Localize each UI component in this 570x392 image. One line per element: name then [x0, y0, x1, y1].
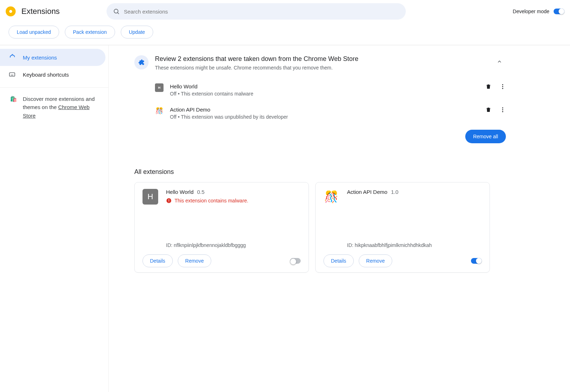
review-item: H Hello World Off • This extension conta…: [155, 78, 506, 102]
svg-rect-15: [169, 202, 169, 202]
svg-point-8: [502, 86, 503, 87]
extension-warning: This extension contains malware.: [166, 198, 248, 203]
svg-rect-14: [169, 199, 169, 201]
svg-point-9: [502, 88, 503, 89]
svg-point-12: [502, 111, 503, 112]
extension-name: Action API Demo: [347, 189, 387, 195]
svg-point-7: [502, 84, 503, 85]
svg-point-11: [502, 109, 503, 110]
page-title: Extensions: [21, 7, 60, 16]
sidebar: My extensions Keyboard shortcuts 🛍️ Disc…: [0, 45, 109, 392]
more-vert-icon: [499, 107, 506, 113]
extension-id: ID: nflknpiinlpjkfbnennojakldbfbgggg: [166, 242, 301, 248]
svg-rect-2: [10, 73, 15, 76]
review-panel: Review 2 extensions that were taken down…: [134, 55, 506, 143]
update-button[interactable]: Update: [121, 26, 153, 38]
keyboard-icon: [9, 71, 16, 78]
extension-icon: 🎊: [323, 189, 339, 205]
review-subtitle: These extensions might be unsafe. Chrome…: [155, 65, 358, 71]
svg-point-0: [114, 9, 118, 13]
sidebar-item-label: Keyboard shortcuts: [23, 72, 69, 78]
collapse-review-button[interactable]: [493, 55, 506, 68]
trash-icon: [485, 83, 492, 90]
delete-button[interactable]: [485, 83, 492, 90]
delete-button[interactable]: [485, 107, 492, 113]
sidebar-item-my-extensions[interactable]: My extensions: [0, 49, 105, 66]
chrome-extensions-logo-icon: [6, 6, 16, 16]
extension-piece-icon: [9, 54, 16, 61]
extension-icon: H: [155, 83, 164, 92]
extension-cards: H Hello World 0.5 This extension contain…: [134, 182, 506, 273]
extension-id: ID: hikpknaabfbhlfjpimlkmichhdhkdkah: [347, 242, 482, 248]
extension-version: 1.0: [391, 189, 398, 195]
header: Extensions Developer mode: [0, 0, 570, 23]
extension-card: 🎊 Action API Demo 1.0 ID: hikpknaabfbhlf…: [315, 182, 490, 273]
review-item-name: Action API Demo: [170, 107, 479, 113]
svg-line-1: [118, 13, 119, 14]
review-item-status: Off • This extension was unpublished by …: [170, 114, 479, 120]
developer-mode-toggle[interactable]: [554, 9, 564, 14]
all-extensions-heading: All extensions: [134, 168, 506, 176]
remove-all-button[interactable]: Remove all: [465, 130, 506, 143]
review-item: 🎊 Action API Demo Off • This extension w…: [155, 102, 506, 125]
discover-box: 🛍️ Discover more extensions and themes o…: [0, 87, 108, 127]
search-box[interactable]: [107, 3, 406, 20]
review-puzzle-icon: [134, 55, 149, 69]
error-icon: [166, 198, 172, 203]
remove-button[interactable]: Remove: [178, 254, 211, 267]
extension-icon: 🎊: [155, 107, 164, 115]
svg-point-10: [502, 107, 503, 108]
remove-button[interactable]: Remove: [359, 254, 392, 267]
search-icon: [113, 8, 120, 15]
main-content: Review 2 extensions that were taken down…: [109, 45, 570, 392]
details-button[interactable]: Details: [142, 254, 173, 267]
developer-mode-control: Developer mode: [513, 9, 564, 14]
extension-warning-text: This extension contains malware.: [175, 198, 248, 203]
enable-extension-toggle[interactable]: [290, 258, 301, 264]
extension-version: 0.5: [197, 189, 204, 195]
chrome-web-store-icon: 🛍️: [10, 95, 17, 120]
extension-name: Hello World: [166, 189, 193, 195]
load-unpacked-button[interactable]: Load unpacked: [9, 26, 59, 38]
sidebar-item-label: My extensions: [23, 55, 57, 61]
extension-icon: H: [142, 189, 158, 205]
more-vert-icon: [499, 83, 506, 90]
search-input[interactable]: [124, 9, 399, 15]
trash-icon: [485, 107, 492, 113]
details-button[interactable]: Details: [323, 254, 354, 267]
developer-toolbar: Load unpacked Pack extension Update: [0, 23, 570, 45]
review-item-name: Hello World: [170, 83, 479, 89]
enable-extension-toggle[interactable]: [471, 258, 482, 264]
more-button[interactable]: [499, 83, 506, 90]
sidebar-item-keyboard-shortcuts[interactable]: Keyboard shortcuts: [0, 66, 108, 83]
developer-mode-label: Developer mode: [513, 9, 549, 14]
pack-extension-button[interactable]: Pack extension: [65, 26, 115, 38]
chevron-up-icon: [497, 59, 502, 65]
more-button[interactable]: [499, 107, 506, 113]
review-title: Review 2 extensions that were taken down…: [155, 55, 358, 63]
review-item-status: Off • This extension contains malware: [170, 91, 479, 97]
extension-card: H Hello World 0.5 This extension contain…: [134, 182, 309, 273]
